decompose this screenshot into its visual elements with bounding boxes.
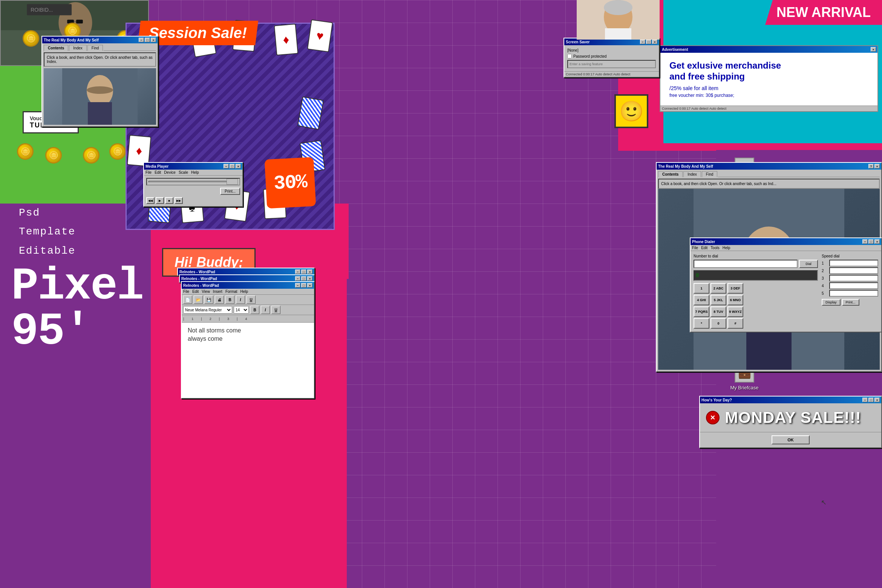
phone-min[interactable]: −: [862, 239, 868, 244]
key-9[interactable]: 9 WXYZ: [727, 306, 743, 317]
wordpad-menu-format[interactable]: Format: [225, 289, 237, 294]
toolbar-print[interactable]: 🖨: [215, 296, 224, 304]
phone-menu-file[interactable]: File: [692, 246, 698, 250]
wordpad-fontbar: Neue Melana Reguler 14 B I U: [182, 305, 314, 315]
toolbar-bold[interactable]: B: [225, 296, 234, 304]
format-underline[interactable]: U: [271, 306, 280, 314]
media-menu-device[interactable]: Device: [164, 170, 176, 175]
key-star[interactable]: *: [694, 318, 709, 329]
hows-day-close[interactable]: ×: [874, 398, 880, 402]
wordpad-outer-min[interactable]: −: [295, 270, 300, 274]
wordpad-outer-max[interactable]: □: [301, 270, 306, 274]
key-7[interactable]: 7 PQRS: [694, 306, 709, 317]
phone-menubar: File Edit Tools Help: [691, 245, 881, 251]
key-2[interactable]: 2 ABC: [710, 283, 726, 294]
phone-number-input[interactable]: [694, 260, 798, 268]
wordpad-mid-min[interactable]: −: [295, 276, 300, 281]
key-8[interactable]: 8 TUV: [710, 306, 726, 317]
format-bold[interactable]: B: [250, 306, 259, 314]
wordpad-mid-close[interactable]: ×: [307, 276, 312, 281]
tab-index[interactable]: Index: [69, 45, 86, 51]
merch-note: free voucher min: 30$ purchase;: [669, 93, 868, 98]
media-max-btn[interactable]: □: [230, 164, 235, 168]
media-min-btn[interactable]: −: [224, 164, 229, 168]
screensaver-max[interactable]: □: [646, 40, 651, 44]
key-6[interactable]: 6 MNO: [727, 295, 743, 305]
help-right-instruction: Click a book, and then click Open. Or cl…: [658, 179, 880, 189]
help-right-min[interactable]: ?: [868, 164, 874, 168]
transport-stop[interactable]: ■: [165, 197, 173, 204]
tab-right-contents[interactable]: Contents: [658, 171, 683, 177]
transport-ff[interactable]: ▶▶: [175, 197, 183, 204]
wordpad-menu-view[interactable]: View: [202, 289, 210, 294]
speed-input-1[interactable]: [829, 260, 878, 266]
help-close-btn[interactable]: ×: [151, 38, 156, 42]
key-1[interactable]: 1: [694, 283, 709, 294]
toolbar-save[interactable]: 💾: [204, 296, 213, 304]
format-italic[interactable]: I: [261, 306, 270, 314]
monday-ok-btn[interactable]: OK: [772, 435, 810, 444]
speed-input-2[interactable]: [829, 267, 878, 274]
wordpad-menu-edit[interactable]: Edit: [192, 289, 199, 294]
screensaver-close[interactable]: ×: [652, 40, 657, 44]
toolbar-open[interactable]: 📂: [194, 296, 203, 304]
screensaver-min[interactable]: −: [640, 40, 645, 44]
key-4[interactable]: 4 GHI: [694, 295, 709, 305]
speed-input-5[interactable]: [829, 290, 878, 297]
merch-window: Advertisement × Get exlusive merchandise…: [660, 45, 878, 112]
wordpad-inner-close[interactable]: ×: [307, 283, 312, 288]
phone-print-btn[interactable]: Print...: [842, 299, 859, 306]
help-min-btn[interactable]: −: [139, 38, 144, 42]
wordpad-inner-min[interactable]: −: [295, 283, 300, 288]
tab-right-find[interactable]: Find: [702, 171, 717, 177]
wordpad-size-select[interactable]: 14: [234, 306, 249, 314]
tab-contents[interactable]: Contents: [44, 45, 68, 51]
wordpad-menu-help[interactable]: Help: [240, 289, 248, 294]
speed-input-3[interactable]: [829, 275, 878, 282]
wordpad-mid-max[interactable]: □: [301, 276, 306, 281]
transport-play[interactable]: ▶: [156, 197, 164, 204]
phone-menu-edit[interactable]: Edit: [701, 246, 707, 250]
speed-input-4[interactable]: [829, 282, 878, 289]
hows-day-min[interactable]: −: [862, 398, 868, 402]
wordpad-menu-insert[interactable]: Insert: [213, 289, 222, 294]
toolbar-new[interactable]: 📄: [183, 296, 192, 304]
hows-day-max[interactable]: □: [868, 398, 874, 402]
media-menu-edit[interactable]: Edit: [155, 170, 161, 175]
merch-close[interactable]: ×: [871, 47, 876, 52]
help-right-controls: ? ×: [868, 164, 880, 168]
media-print-btn[interactable]: Print...: [220, 188, 240, 195]
help-body-area: Click a book, and then click Open. Or cl…: [42, 51, 158, 126]
phone-dial-btn[interactable]: Dial: [799, 260, 818, 268]
wordpad-outer-close[interactable]: ×: [307, 270, 312, 274]
wordpad-font-select[interactable]: Neue Melana Reguler: [183, 306, 232, 314]
screensaver-pw-checkbox[interactable]: [567, 54, 572, 58]
phone-menu-tools[interactable]: Tools: [710, 246, 719, 250]
toolbar-italic[interactable]: I: [236, 296, 245, 304]
tab-find[interactable]: Find: [87, 45, 103, 51]
transport-rew[interactable]: ◀◀: [146, 197, 155, 204]
key-5[interactable]: 5 JKL: [710, 295, 726, 305]
media-menubar: File Edit Device Scale Help: [144, 170, 242, 176]
key-hash[interactable]: #: [727, 318, 743, 329]
media-title-text: Media Player: [145, 164, 168, 168]
media-menu-scale[interactable]: Scale: [179, 170, 188, 175]
phone-max[interactable]: □: [868, 239, 874, 244]
media-menu-help[interactable]: Help: [191, 170, 199, 175]
phone-display-btn[interactable]: Display: [822, 299, 841, 306]
wordpad-inner-max[interactable]: □: [301, 283, 306, 288]
tab-right-index[interactable]: Index: [683, 171, 701, 177]
wordpad-menu-file[interactable]: File: [183, 289, 189, 294]
help-tabs: Contents Index Find: [42, 43, 158, 51]
help-right-close[interactable]: ×: [874, 164, 880, 168]
media-close-btn[interactable]: ×: [236, 164, 241, 168]
phone-menu-help[interactable]: Help: [723, 246, 730, 250]
media-menu-file[interactable]: File: [145, 170, 152, 175]
key-0[interactable]: 0: [710, 318, 726, 329]
phone-close[interactable]: ×: [874, 239, 880, 244]
key-3[interactable]: 3 DEF: [727, 283, 743, 294]
help-max-btn[interactable]: □: [145, 38, 150, 42]
pixel-line2: 95': [11, 309, 143, 354]
toolbar-underline[interactable]: U: [247, 296, 256, 304]
phone-number-label: Number to dial: [694, 254, 818, 258]
